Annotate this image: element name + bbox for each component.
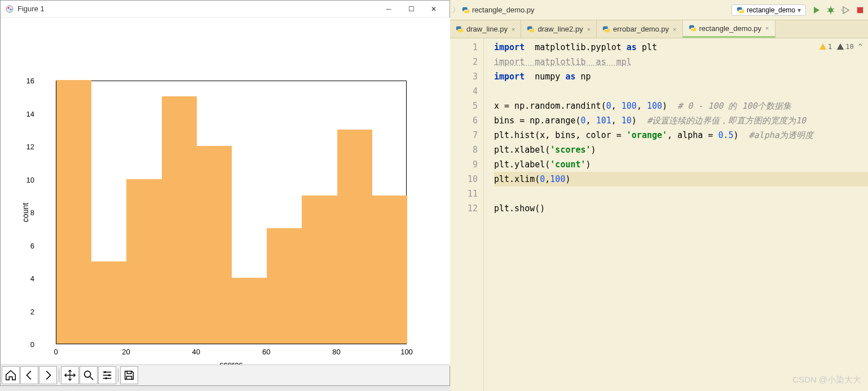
tab-label: draw_line.py (466, 25, 508, 33)
minimize-button[interactable]: ─ (377, 1, 400, 17)
x-tick-label: 0 (54, 348, 58, 356)
app-icon (5, 5, 14, 14)
watermark: CSDN @小染大大 (792, 375, 861, 385)
tab-label: rectangle_demo.py (699, 24, 762, 33)
y-tick-label: 12 (17, 143, 34, 151)
chevron-up-icon[interactable]: ^ (858, 43, 862, 51)
histogram-bar (56, 80, 91, 344)
close-button[interactable]: ✕ (422, 1, 445, 17)
svg-point-1 (8, 7, 10, 8)
forward-icon[interactable] (39, 366, 57, 384)
line-number: 9 (450, 157, 478, 172)
y-tick-label: 16 (17, 77, 34, 85)
histogram-bar (126, 179, 161, 344)
line-number: 3 (450, 69, 478, 84)
svg-point-4 (104, 371, 107, 374)
stop-button[interactable] (854, 5, 866, 16)
x-tick-label: 60 (262, 348, 270, 356)
line-gutter: 123456789101112 (450, 38, 484, 391)
figure-window: Figure 1 ─ ☐ ✕ count scores 024681012141… (0, 0, 450, 386)
line-number: 2 (450, 55, 478, 69)
histogram-bar (302, 196, 337, 344)
back-icon[interactable] (20, 366, 38, 384)
inspections-widget[interactable]: 1 10 ^ (819, 43, 862, 51)
titlebar[interactable]: Figure 1 ─ ☐ ✕ (1, 1, 450, 17)
y-tick-label: 14 (17, 109, 34, 118)
svg-point-3 (85, 371, 91, 377)
close-tab-icon[interactable]: × (765, 25, 769, 32)
debug-button[interactable] (825, 5, 836, 16)
tab-draw-line2[interactable]: draw_line2.py × (521, 20, 597, 38)
close-tab-icon[interactable]: × (673, 26, 676, 33)
svg-point-8 (829, 8, 833, 12)
python-file-icon (737, 6, 744, 14)
run-config-label: rectangle_demo (747, 6, 795, 14)
editor-tabs: draw_line.py × draw_line2.py × errobar_d… (450, 20, 868, 38)
plot-area: count scores 0246810121416 020406080100 (1, 17, 451, 366)
y-tick-label: 10 (17, 175, 34, 184)
home-icon[interactable] (2, 366, 20, 384)
histogram-bar (372, 196, 407, 344)
configure-icon[interactable] (98, 366, 116, 384)
close-tab-icon[interactable]: × (587, 26, 591, 33)
toolbar-separator (118, 368, 118, 382)
chevron-right-icon: 〉 (452, 5, 460, 15)
run-with-coverage-button[interactable] (840, 5, 851, 16)
histogram-bar (197, 146, 232, 344)
pan-icon[interactable] (61, 366, 79, 384)
line-number: 4 (450, 84, 478, 99)
histogram-bar (91, 261, 126, 344)
histogram-bar (337, 130, 372, 344)
x-tick-label: 80 (332, 348, 340, 356)
run-button[interactable] (810, 5, 822, 16)
fold-column (484, 38, 492, 391)
close-tab-icon[interactable]: × (512, 26, 515, 33)
x-tick-label: 40 (192, 348, 200, 356)
warning-dark-badge: 10 (836, 43, 853, 51)
python-file-icon (462, 6, 470, 14)
python-file-icon (689, 24, 697, 32)
save-icon[interactable] (120, 366, 138, 384)
histogram-bar (232, 278, 267, 344)
line-number: 7 (450, 128, 478, 143)
line-number: 12 (450, 201, 478, 216)
python-file-icon (602, 25, 610, 33)
chevron-down-icon: ▾ (797, 6, 801, 14)
x-tick-label: 100 (400, 348, 413, 356)
svg-point-0 (6, 6, 13, 12)
ide-panel: 〉 rectangle_demo.py rectangle_demo ▾ dra… (450, 0, 868, 391)
tab-errobar-demo[interactable]: errobar_demo.py × (597, 20, 682, 38)
ide-toolbar: 〉 rectangle_demo.py rectangle_demo ▾ (450, 0, 868, 20)
chart-axes (56, 81, 407, 344)
tab-rectangle-demo[interactable]: rectangle_demo.py × (683, 20, 776, 38)
x-tick-label: 20 (122, 348, 130, 356)
line-number: 1 (450, 40, 478, 55)
line-number: 6 (450, 113, 478, 128)
tab-label: errobar_demo.py (613, 25, 669, 33)
breadcrumb[interactable]: 〉 rectangle_demo.py (452, 5, 732, 15)
breadcrumb-file: rectangle_demo.py (472, 6, 535, 14)
y-tick-label: 2 (17, 307, 34, 316)
maximize-button[interactable]: ☐ (400, 1, 422, 17)
y-tick-label: 0 (17, 340, 34, 349)
code-editor[interactable]: 1 10 ^ 123456789101112 import matplotlib… (450, 38, 868, 391)
python-file-icon (527, 25, 535, 33)
svg-point-6 (105, 377, 107, 380)
svg-point-5 (108, 374, 111, 376)
zoom-icon[interactable] (80, 366, 98, 384)
tab-draw-line[interactable]: draw_line.py × (450, 20, 521, 38)
warning-yellow-badge: 1 (819, 43, 832, 51)
svg-rect-9 (857, 7, 863, 13)
line-number: 11 (450, 186, 478, 201)
line-number: 5 (450, 99, 478, 113)
python-file-icon (456, 25, 464, 33)
code-content[interactable]: import matplotlib.pyplot as plt import m… (492, 38, 868, 391)
run-actions (810, 5, 866, 16)
y-tick-label: 4 (17, 274, 34, 283)
tab-label: draw_line2.py (537, 25, 583, 33)
y-tick-label: 8 (17, 208, 34, 217)
run-configuration-selector[interactable]: rectangle_demo ▾ (732, 5, 806, 16)
toolbar-separator (59, 368, 59, 382)
matplotlib-toolbar (1, 365, 450, 385)
svg-point-2 (10, 8, 12, 10)
